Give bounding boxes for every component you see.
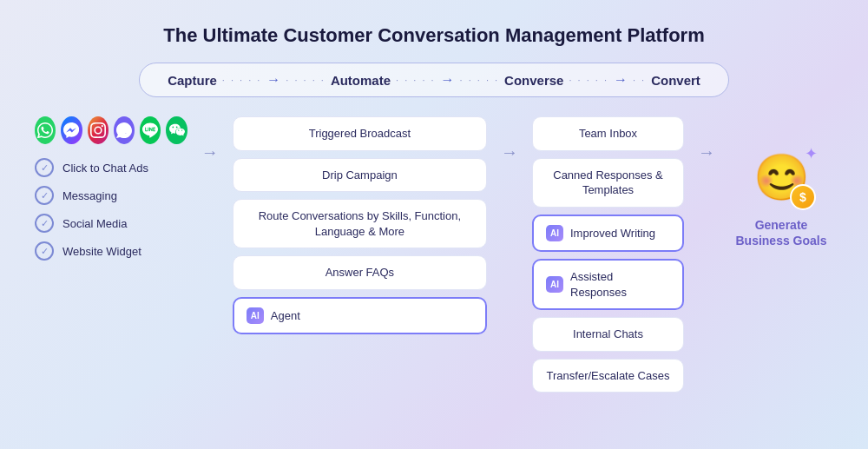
right-column: 😊 ✦ $ GenerateBusiness Goals (729, 116, 833, 248)
generate-emoji-container: 😊 ✦ $ (746, 142, 816, 212)
dots-5: · · · · · (569, 75, 608, 85)
wechat-icon (166, 116, 187, 144)
messaging-label: Messaging (62, 189, 117, 202)
list-item-messaging: ✓ Messaging (35, 186, 187, 205)
arrow-capture-automate: → (201, 116, 219, 162)
instagram-icon (88, 116, 108, 144)
converse-column: Team Inbox Canned Responses & Templates … (532, 116, 684, 393)
arrow-1: → (266, 72, 280, 88)
drip-campaign-card[interactable]: Drip Campaign (233, 158, 487, 193)
arrow-2: → (441, 72, 455, 88)
social-media-label: Social Media (62, 217, 127, 230)
dots-3: · · · · · (396, 75, 436, 85)
pipeline-bar: Capture · · · · · → · · · · · Automate ·… (139, 63, 729, 97)
arrow-3: → (614, 72, 628, 88)
whatsapp-icon (35, 116, 56, 144)
line-icon (140, 116, 161, 144)
answer-faqs-card[interactable]: Answer FAQs (233, 255, 487, 290)
check-icon-3: ✓ (35, 214, 54, 233)
coin-badge: $ (790, 184, 816, 210)
messenger-icon (61, 116, 82, 144)
list-item-social-media: ✓ Social Media (35, 214, 187, 233)
dots-6: · · (633, 75, 646, 85)
arrow-automate-converse: → (501, 116, 518, 162)
improved-writing-card[interactable]: AI Improved Writing (532, 215, 684, 253)
main-content: ✓ Click to Chat Ads ✓ Messaging ✓ Social… (0, 116, 868, 393)
page-title: The Ultimate Customer Conversation Manag… (163, 24, 704, 47)
ai-badge-assisted: AI (546, 276, 563, 294)
dots-4: · · · · · (460, 75, 500, 85)
pipeline-step-capture: Capture (168, 73, 217, 88)
coin-symbol: $ (799, 190, 806, 204)
check-icon-1: ✓ (35, 158, 54, 177)
viber-icon (114, 116, 135, 144)
agent-card[interactable]: AI Agent (233, 297, 487, 335)
website-widget-label: Website Widget (62, 245, 141, 258)
pipeline-step-converse: Converse (504, 73, 563, 88)
transfer-escalate-card[interactable]: Transfer/Escalate Cases (532, 359, 684, 393)
pipeline-step-automate: Automate (331, 73, 391, 88)
dots-1: · · · · · (222, 75, 262, 85)
assisted-responses-card[interactable]: AI Assisted Responses (532, 259, 684, 310)
check-icon-4: ✓ (35, 241, 54, 261)
left-column: ✓ Click to Chat Ads ✓ Messaging ✓ Social… (35, 116, 187, 261)
sparkle-icon: ✦ (805, 144, 818, 163)
ai-badge-agent: AI (247, 307, 264, 325)
arrow-converse-convert: → (698, 116, 715, 162)
internal-chats-card[interactable]: Internal Chats (532, 317, 684, 352)
ai-badge-writing: AI (546, 225, 563, 242)
route-conversations-card[interactable]: Route Conversations by Skills, Function,… (233, 199, 487, 248)
list-item-website-widget: ✓ Website Widget (35, 241, 187, 261)
team-inbox-card[interactable]: Team Inbox (532, 116, 684, 151)
list-item-click-to-chat: ✓ Click to Chat Ads (35, 158, 187, 177)
canned-responses-card[interactable]: Canned Responses & Templates (532, 158, 684, 208)
click-to-chat-label: Click to Chat Ads (62, 162, 148, 175)
generate-label: GenerateBusiness Goals (735, 217, 826, 248)
triggered-broadcast-card[interactable]: Triggered Broadcast (233, 116, 487, 151)
automate-column: Triggered Broadcast Drip Campaign Route … (233, 116, 487, 334)
social-icons-row (35, 116, 187, 144)
check-icon-2: ✓ (35, 186, 54, 205)
pipeline-step-convert: Convert (651, 73, 700, 88)
dots-2: · · · · · (286, 75, 326, 85)
